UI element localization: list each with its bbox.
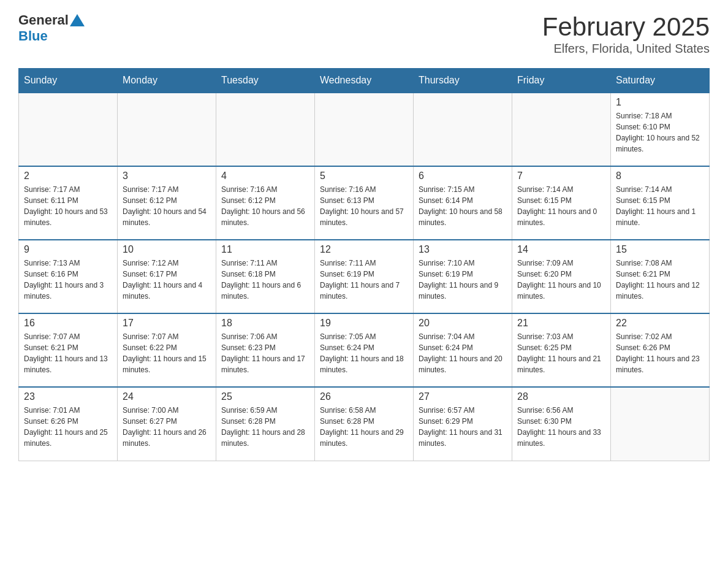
calendar-cell: 26Sunrise: 6:58 AMSunset: 6:28 PMDayligh…	[315, 387, 414, 461]
header-thursday: Thursday	[414, 69, 512, 93]
day-number: 28	[517, 391, 605, 402]
day-info: Sunrise: 6:58 AMSunset: 6:28 PMDaylight:…	[320, 405, 408, 449]
calendar-cell: 15Sunrise: 7:08 AMSunset: 6:21 PMDayligh…	[611, 240, 710, 313]
day-number: 3	[123, 170, 211, 182]
calendar-cell	[118, 93, 216, 166]
calendar-cell	[315, 93, 414, 166]
day-info: Sunrise: 7:17 AMSunset: 6:11 PMDaylight:…	[24, 184, 112, 228]
calendar-cell: 9Sunrise: 7:13 AMSunset: 6:16 PMDaylight…	[19, 240, 118, 313]
day-number: 18	[221, 318, 309, 329]
day-number: 14	[517, 244, 605, 255]
header-monday: Monday	[118, 69, 216, 93]
day-number: 15	[616, 244, 704, 255]
logo-general-text: General	[18, 12, 69, 28]
header-sunday: Sunday	[19, 69, 118, 93]
day-number: 17	[123, 318, 211, 329]
day-number: 6	[419, 170, 507, 182]
day-info: Sunrise: 6:56 AMSunset: 6:30 PMDaylight:…	[517, 405, 605, 449]
day-info: Sunrise: 7:09 AMSunset: 6:20 PMDaylight:…	[517, 258, 605, 302]
day-info: Sunrise: 7:11 AMSunset: 6:19 PMDaylight:…	[320, 258, 408, 302]
day-info: Sunrise: 7:14 AMSunset: 6:15 PMDaylight:…	[517, 184, 605, 228]
week-row-2: 2Sunrise: 7:17 AMSunset: 6:11 PMDaylight…	[19, 166, 710, 240]
day-number: 16	[24, 318, 112, 329]
day-info: Sunrise: 7:14 AMSunset: 6:15 PMDaylight:…	[616, 184, 704, 228]
calendar-cell: 5Sunrise: 7:16 AMSunset: 6:13 PMDaylight…	[315, 166, 414, 240]
day-info: Sunrise: 6:57 AMSunset: 6:29 PMDaylight:…	[419, 405, 507, 449]
day-info: Sunrise: 7:03 AMSunset: 6:25 PMDaylight:…	[517, 331, 605, 375]
logo-triangle-icon	[70, 14, 85, 26]
day-info: Sunrise: 7:06 AMSunset: 6:23 PMDaylight:…	[221, 331, 309, 375]
calendar-cell	[512, 93, 611, 166]
day-number: 22	[616, 318, 704, 329]
calendar-cell: 12Sunrise: 7:11 AMSunset: 6:19 PMDayligh…	[315, 240, 414, 313]
day-info: Sunrise: 7:16 AMSunset: 6:13 PMDaylight:…	[320, 184, 408, 228]
logo: General Blue	[18, 12, 85, 44]
calendar-cell: 24Sunrise: 7:00 AMSunset: 6:27 PMDayligh…	[118, 387, 216, 461]
day-info: Sunrise: 7:17 AMSunset: 6:12 PMDaylight:…	[123, 184, 211, 228]
day-number: 9	[24, 244, 112, 255]
day-number: 2	[24, 170, 112, 182]
calendar-cell: 16Sunrise: 7:07 AMSunset: 6:21 PMDayligh…	[19, 313, 118, 387]
calendar-cell: 27Sunrise: 6:57 AMSunset: 6:29 PMDayligh…	[414, 387, 512, 461]
logo-blue-text: Blue	[18, 28, 85, 44]
page-header: General Blue February 2025 Elfers, Flori…	[18, 12, 710, 56]
day-info: Sunrise: 7:13 AMSunset: 6:16 PMDaylight:…	[24, 258, 112, 302]
week-row-5: 23Sunrise: 7:01 AMSunset: 6:26 PMDayligh…	[19, 387, 710, 461]
calendar-cell	[216, 93, 315, 166]
day-number: 4	[221, 170, 309, 182]
calendar-cell: 14Sunrise: 7:09 AMSunset: 6:20 PMDayligh…	[512, 240, 611, 313]
day-number: 8	[616, 170, 704, 182]
day-number: 10	[123, 244, 211, 255]
calendar-cell: 7Sunrise: 7:14 AMSunset: 6:15 PMDaylight…	[512, 166, 611, 240]
header-saturday: Saturday	[611, 69, 710, 93]
calendar-cell: 25Sunrise: 6:59 AMSunset: 6:28 PMDayligh…	[216, 387, 315, 461]
page-title: February 2025	[542, 12, 710, 42]
day-number: 27	[419, 391, 507, 402]
calendar-cell	[611, 387, 710, 461]
calendar-cell: 4Sunrise: 7:16 AMSunset: 6:12 PMDaylight…	[216, 166, 315, 240]
day-info: Sunrise: 7:00 AMSunset: 6:27 PMDaylight:…	[123, 405, 211, 449]
week-row-1: 1Sunrise: 7:18 AMSunset: 6:10 PMDaylight…	[19, 93, 710, 166]
day-number: 21	[517, 318, 605, 329]
calendar-cell: 10Sunrise: 7:12 AMSunset: 6:17 PMDayligh…	[118, 240, 216, 313]
day-number: 19	[320, 318, 408, 329]
day-info: Sunrise: 7:02 AMSunset: 6:26 PMDaylight:…	[616, 331, 704, 375]
calendar-table: Sunday Monday Tuesday Wednesday Thursday…	[18, 68, 710, 461]
calendar-cell: 2Sunrise: 7:17 AMSunset: 6:11 PMDaylight…	[19, 166, 118, 240]
day-number: 23	[24, 391, 112, 402]
day-info: Sunrise: 7:18 AMSunset: 6:10 PMDaylight:…	[616, 110, 704, 155]
day-number: 20	[419, 318, 507, 329]
day-number: 13	[419, 244, 507, 255]
title-area: February 2025 Elfers, Florida, United St…	[542, 12, 710, 56]
day-info: Sunrise: 7:15 AMSunset: 6:14 PMDaylight:…	[419, 184, 507, 228]
day-info: Sunrise: 6:59 AMSunset: 6:28 PMDaylight:…	[221, 405, 309, 449]
day-number: 25	[221, 391, 309, 402]
day-info: Sunrise: 7:12 AMSunset: 6:17 PMDaylight:…	[123, 258, 211, 302]
calendar-cell: 17Sunrise: 7:07 AMSunset: 6:22 PMDayligh…	[118, 313, 216, 387]
day-number: 24	[123, 391, 211, 402]
day-info: Sunrise: 7:10 AMSunset: 6:19 PMDaylight:…	[419, 258, 507, 302]
day-info: Sunrise: 7:11 AMSunset: 6:18 PMDaylight:…	[221, 258, 309, 302]
calendar-cell: 3Sunrise: 7:17 AMSunset: 6:12 PMDaylight…	[118, 166, 216, 240]
calendar-cell: 8Sunrise: 7:14 AMSunset: 6:15 PMDaylight…	[611, 166, 710, 240]
calendar-cell: 18Sunrise: 7:06 AMSunset: 6:23 PMDayligh…	[216, 313, 315, 387]
day-number: 26	[320, 391, 408, 402]
day-info: Sunrise: 7:04 AMSunset: 6:24 PMDaylight:…	[419, 331, 507, 375]
day-number: 7	[517, 170, 605, 182]
day-info: Sunrise: 7:16 AMSunset: 6:12 PMDaylight:…	[221, 184, 309, 228]
day-info: Sunrise: 7:08 AMSunset: 6:21 PMDaylight:…	[616, 258, 704, 302]
calendar-cell: 20Sunrise: 7:04 AMSunset: 6:24 PMDayligh…	[414, 313, 512, 387]
page-subtitle: Elfers, Florida, United States	[542, 42, 710, 56]
day-number: 11	[221, 244, 309, 255]
day-info: Sunrise: 7:07 AMSunset: 6:21 PMDaylight:…	[24, 331, 112, 375]
calendar-cell: 13Sunrise: 7:10 AMSunset: 6:19 PMDayligh…	[414, 240, 512, 313]
calendar-cell: 11Sunrise: 7:11 AMSunset: 6:18 PMDayligh…	[216, 240, 315, 313]
day-number: 5	[320, 170, 408, 182]
calendar-cell	[19, 93, 118, 166]
day-info: Sunrise: 7:07 AMSunset: 6:22 PMDaylight:…	[123, 331, 211, 375]
calendar-cell	[414, 93, 512, 166]
header-friday: Friday	[512, 69, 611, 93]
calendar-cell: 1Sunrise: 7:18 AMSunset: 6:10 PMDaylight…	[611, 93, 710, 166]
day-info: Sunrise: 7:01 AMSunset: 6:26 PMDaylight:…	[24, 405, 112, 449]
week-row-3: 9Sunrise: 7:13 AMSunset: 6:16 PMDaylight…	[19, 240, 710, 313]
